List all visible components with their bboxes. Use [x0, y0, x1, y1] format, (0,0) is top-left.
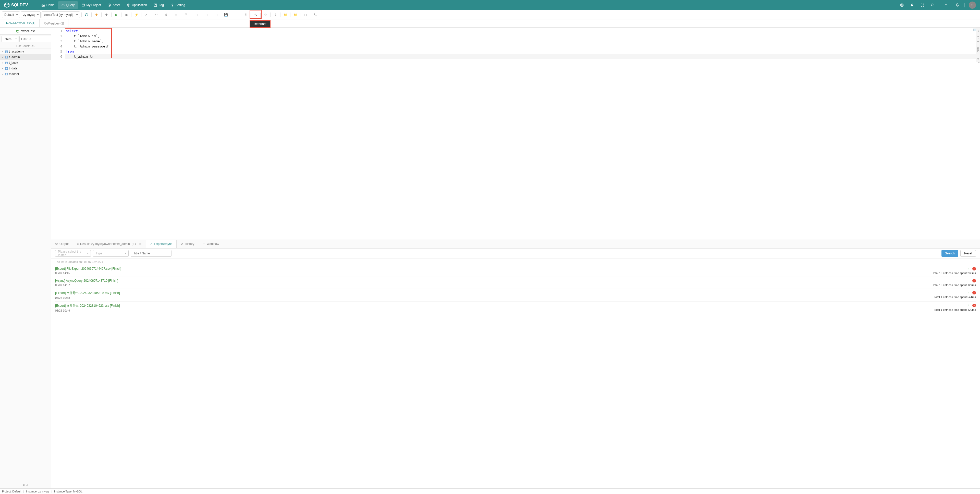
- new-button[interactable]: ✚: [93, 11, 100, 18]
- delete-icon[interactable]: −: [972, 267, 976, 270]
- app-logo[interactable]: SQLDEV: [4, 2, 28, 8]
- nav-item-query[interactable]: Query: [58, 1, 78, 9]
- sql-editor[interactable]: 123456 select t.`Admin_id`, t.`Admin_nam…: [51, 27, 980, 240]
- run-button[interactable]: ▶: [113, 11, 120, 18]
- table-item[interactable]: ▸t_admin: [0, 54, 51, 60]
- download-icon[interactable]: ⬇: [967, 267, 971, 270]
- divider: [231, 13, 231, 17]
- export-button[interactable]: ⇪: [272, 11, 279, 18]
- result-tab[interactable]: ⊞Workflow: [199, 240, 223, 248]
- divider: [141, 13, 142, 17]
- result-tab[interactable]: ↗Export/Async: [146, 240, 177, 248]
- app-name: SQLDEV: [11, 3, 28, 7]
- table-icon: [5, 50, 8, 53]
- project-select[interactable]: Default: [2, 11, 20, 18]
- tools-button[interactable]: [312, 11, 318, 18]
- export-item[interactable]: [Export] FileExport-20240607144427.csv […: [55, 265, 976, 277]
- result-tab[interactable]: ⚙Output: [51, 240, 73, 248]
- export-title: [Export] FileExport-20240607144427.csv […: [55, 267, 932, 270]
- favorite-button[interactable]: ☆: [262, 11, 269, 18]
- folder2-button[interactable]: 📁: [292, 11, 299, 18]
- bell-icon[interactable]: [954, 2, 960, 8]
- panel2-button[interactable]: ▢: [203, 11, 209, 18]
- divider: [211, 13, 211, 17]
- nav-item-asset[interactable]: Asset: [104, 1, 123, 9]
- undo-button[interactable]: ↶: [153, 11, 159, 18]
- panel1-button[interactable]: ▢: [192, 11, 199, 18]
- result-tabs: ⚙Output≡Results zy-mysql/ownerTest/t_adm…: [51, 240, 980, 249]
- table-item[interactable]: ▸t_book: [0, 60, 51, 65]
- editor-tab[interactable]: R-W-sqldev-[2]: [40, 19, 68, 27]
- upload-button[interactable]: [183, 11, 189, 18]
- download-icon[interactable]: ⬇: [967, 291, 971, 294]
- saveall-button[interactable]: ▢: [232, 11, 239, 18]
- text-size-icon[interactable]: TT: [944, 2, 950, 8]
- db-header[interactable]: ownerTest: [0, 27, 51, 35]
- panel3-button[interactable]: ▢: [213, 11, 219, 18]
- chevron-right-icon: ▸: [2, 67, 4, 70]
- object-type-select[interactable]: Tables: [2, 36, 18, 42]
- instance-filter[interactable]: Please select the Instan: [55, 250, 91, 257]
- export-item[interactable]: [Export] 文件导出-20240328104923.csv [Finish…: [55, 302, 976, 315]
- lock-icon[interactable]: [909, 2, 915, 8]
- refresh-button[interactable]: [83, 11, 90, 18]
- flash-button[interactable]: ⚡: [133, 11, 140, 18]
- search-icon[interactable]: [929, 2, 935, 8]
- editor-tabs: R-W-M-ownerTest-[1]R-W-sqldev-[2]: [0, 19, 980, 27]
- add-button[interactable]: ✚: [103, 11, 110, 18]
- right-tab-file[interactable]: ▤File: [976, 45, 980, 62]
- fullscreen-icon[interactable]: [919, 2, 925, 8]
- chevron-right-icon: ▸: [2, 50, 4, 53]
- check-button[interactable]: ✓: [143, 11, 150, 18]
- divider: [171, 13, 171, 17]
- nav-item-log[interactable]: Log: [151, 1, 167, 9]
- delete-icon[interactable]: −: [972, 303, 976, 307]
- code-area[interactable]: select t.`Admin_id`, t.`Admin_name`, t.`…: [65, 27, 980, 240]
- right-tab-info[interactable]: ℹInfo: [976, 27, 980, 45]
- stop-button[interactable]: ◉: [123, 11, 130, 18]
- copy-button[interactable]: ⎘: [242, 11, 249, 18]
- nav-item-my-project[interactable]: My Project: [78, 1, 104, 9]
- chevron-right-icon: ▸: [2, 62, 4, 64]
- ai-icon[interactable]: [899, 2, 905, 8]
- reformat-button[interactable]: [252, 11, 259, 18]
- editor-tab[interactable]: R-W-M-ownerTest-[1]: [2, 19, 40, 27]
- nav-item-application[interactable]: Application: [124, 1, 150, 9]
- gear-icon: [170, 3, 174, 7]
- folder1-button[interactable]: 📁: [282, 11, 289, 18]
- tab-icon: ↗: [150, 242, 153, 246]
- svg-point-11: [172, 5, 173, 6]
- result-tab[interactable]: ≡Results zy-mysql/ownerTest/t_admin（1）⊕: [73, 240, 146, 248]
- save-button[interactable]: 💾: [223, 11, 229, 18]
- close-icon[interactable]: ⊕: [139, 242, 142, 246]
- type-filter[interactable]: Type: [93, 250, 129, 257]
- result-tab[interactable]: ⟳History: [177, 240, 198, 248]
- export-item[interactable]: [Export] 文件导出-20240328105819.csv [Finish…: [55, 289, 976, 302]
- search-button[interactable]: Search: [942, 250, 958, 257]
- home-icon: [41, 3, 45, 7]
- delete-icon[interactable]: −: [972, 279, 976, 283]
- code-icon: [61, 3, 65, 7]
- avatar[interactable]: S: [969, 2, 976, 9]
- svg-rect-28: [5, 67, 7, 70]
- history-button[interactable]: ↺: [163, 11, 169, 18]
- folder3-button[interactable]: ▢: [302, 11, 309, 18]
- export-item[interactable]: [Async] AsyncQuery-20240607143710 [Finis…: [55, 277, 976, 289]
- nav-item-home[interactable]: Home: [38, 1, 58, 9]
- avatar-letter: S: [971, 3, 973, 6]
- svg-text:T: T: [945, 4, 947, 6]
- table-item[interactable]: ▸teacher: [0, 71, 51, 77]
- table-item[interactable]: ▸t_date: [0, 65, 51, 71]
- svg-rect-25: [5, 62, 7, 64]
- instance-select[interactable]: zy-mysql: [21, 11, 41, 18]
- download-icon[interactable]: ⬇: [967, 303, 971, 307]
- delete-icon[interactable]: −: [972, 291, 976, 294]
- title-filter-input[interactable]: [130, 250, 172, 257]
- reset-button[interactable]: Reset: [960, 250, 976, 257]
- editor-container: 123456 select t.`Admin_id`, t.`Admin_nam…: [51, 27, 980, 488]
- export-time: 03/28 10:49: [55, 309, 934, 312]
- nav-item-setting[interactable]: Setting: [167, 1, 188, 9]
- schema-select[interactable]: ownerTest [zy-mysql]: [41, 11, 80, 18]
- table-item[interactable]: ▸t_academy: [0, 49, 51, 54]
- download-button[interactable]: [173, 11, 180, 18]
